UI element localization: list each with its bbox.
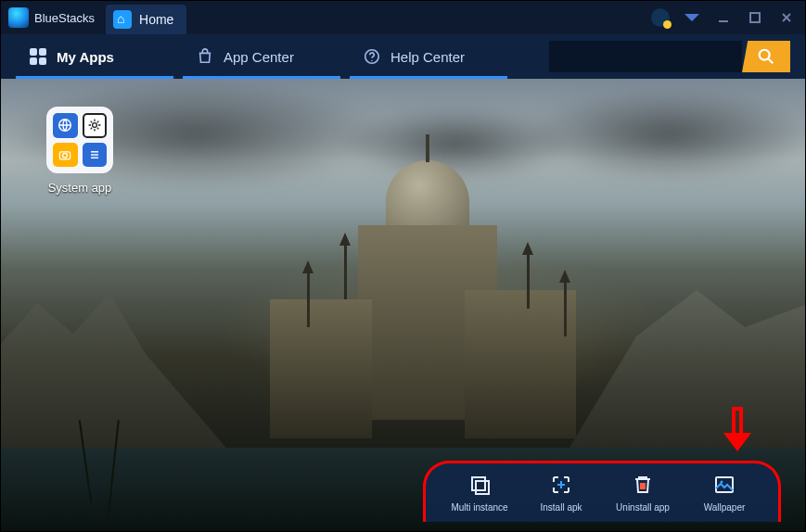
- camera-icon: [53, 143, 78, 168]
- multi-instance-button[interactable]: Multi instance: [442, 473, 517, 513]
- bluestacks-logo-icon: [8, 7, 29, 28]
- menu-dropdown-button[interactable]: [679, 5, 705, 31]
- tray-label: Uninstall app: [616, 502, 670, 513]
- svg-point-9: [92, 123, 96, 128]
- list-icon: [83, 143, 108, 168]
- nav-help-center[interactable]: Help Center: [350, 34, 507, 79]
- app-label: System app: [38, 181, 122, 195]
- tab-home[interactable]: Home: [106, 5, 186, 34]
- tab-label: Home: [139, 12, 173, 27]
- svg-rect-1: [750, 13, 760, 22]
- wallpaper-art: [233, 160, 622, 466]
- chevron-down-icon: [684, 14, 699, 21]
- search-button[interactable]: [742, 41, 790, 72]
- notifications-button[interactable]: [647, 5, 673, 31]
- multi-instance-icon: [467, 473, 492, 497]
- wallpaper-button[interactable]: Wallpaper: [687, 473, 761, 513]
- nav-bar: My Apps App Center Help Center: [1, 34, 805, 79]
- svg-point-23: [721, 481, 723, 484]
- grid-icon: [29, 47, 47, 66]
- nav-app-center[interactable]: App Center: [183, 34, 340, 79]
- wallpaper-art: [57, 401, 205, 522]
- annotation-arrow: [727, 407, 748, 451]
- search-input[interactable]: [549, 41, 742, 72]
- tray-label: Install apk: [540, 502, 582, 513]
- svg-rect-16: [476, 481, 489, 494]
- svg-point-11: [63, 153, 68, 158]
- action-tray: Multi instance Install apk Uninstall app…: [423, 461, 781, 522]
- install-apk-icon: [549, 473, 573, 497]
- globe-icon: [53, 113, 78, 138]
- tray-label: Wallpaper: [704, 502, 746, 513]
- search-box: [549, 41, 790, 72]
- tray-label: Multi instance: [451, 502, 507, 513]
- home-icon: [113, 10, 132, 29]
- svg-point-5: [371, 60, 372, 61]
- maximize-button[interactable]: [742, 5, 768, 31]
- nav-my-apps[interactable]: My Apps: [16, 34, 173, 79]
- folder-tile-icon: [46, 107, 113, 173]
- gear-icon: [83, 113, 108, 138]
- svg-line-7: [769, 59, 774, 64]
- install-apk-button[interactable]: Install apk: [524, 473, 598, 513]
- help-icon: [363, 47, 381, 66]
- bluestacks-window: BlueStacks Home My Apps: [1, 1, 805, 531]
- svg-rect-15: [472, 477, 485, 490]
- image-icon: [712, 473, 736, 497]
- nav-label: My Apps: [57, 49, 114, 65]
- desktop-area[interactable]: System app Multi instance Install apk: [1, 79, 805, 531]
- trash-icon: [631, 473, 655, 497]
- title-bar: BlueStacks Home: [1, 1, 805, 34]
- uninstall-app-button[interactable]: Uninstall app: [606, 473, 680, 513]
- svg-point-6: [760, 50, 770, 60]
- nav-label: App Center: [224, 49, 294, 65]
- search-icon: [757, 47, 775, 66]
- nav-label: Help Center: [390, 49, 465, 65]
- notification-icon: [651, 8, 670, 27]
- minimize-button[interactable]: [710, 5, 736, 31]
- system-app-folder[interactable]: System app: [38, 107, 122, 195]
- app-title: BlueStacks: [34, 11, 95, 25]
- shopping-bag-icon: [196, 47, 214, 66]
- close-button[interactable]: [774, 5, 800, 31]
